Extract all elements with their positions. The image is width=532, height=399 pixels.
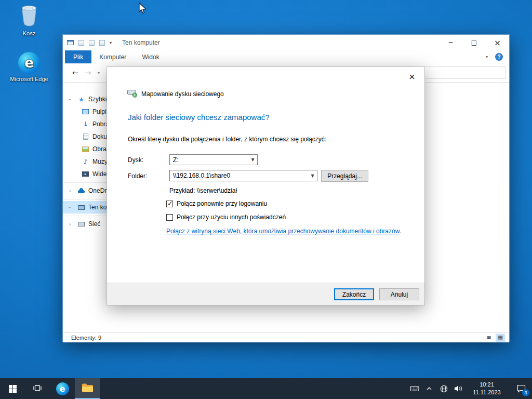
browse-button[interactable]: Przeglądaj...: [321, 170, 368, 182]
start-button[interactable]: [0, 378, 25, 399]
taskbar-edge-button[interactable]: e: [50, 378, 75, 399]
drive-label: Dysk:: [128, 156, 143, 164]
documents-icon: [83, 134, 88, 140]
this-pc-icon: [78, 205, 85, 210]
qat-properties-icon[interactable]: [78, 40, 84, 46]
folder-path-combobox[interactable]: \\192.168.0.1\share0 ▼: [169, 170, 317, 181]
desktop-icon-label: Microsoft Edge: [10, 76, 48, 82]
help-icon[interactable]: ?: [495, 53, 503, 61]
desktop-icon-edge[interactable]: e Microsoft Edge: [8, 52, 50, 82]
dropdown-arrow-icon[interactable]: ▼: [308, 170, 317, 181]
folder-icon: [82, 383, 94, 394]
tab-file[interactable]: Plik: [65, 50, 91, 63]
expand-chevron-icon[interactable]: ›: [67, 98, 73, 100]
notification-badge: 3: [522, 389, 529, 396]
dialog-description: Określ literę dysku dla połączenia i fol…: [128, 136, 326, 143]
expand-chevron-icon[interactable]: ›: [69, 188, 71, 194]
system-tray: 10:21 11.11.2023 3: [407, 378, 532, 399]
quick-access-star-icon: [77, 96, 85, 103]
status-bar: Elementy: 9 ≡ ▦: [63, 332, 509, 342]
music-icon: [82, 158, 89, 166]
drive-letter-value: Z:: [173, 156, 179, 164]
sidebar-item-videos[interactable]: Wideo: [63, 168, 107, 180]
dialog-heading: Jaki folder sieciowy chcesz zamapować?: [128, 113, 270, 122]
task-view-button[interactable]: [25, 378, 50, 399]
caption-buttons: ─ □ ×: [439, 35, 509, 50]
network-icon: [78, 222, 85, 227]
reconnect-checkbox[interactable]: [166, 201, 173, 207]
desktop-icon-label: Kosz: [23, 30, 35, 36]
forward-button[interactable]: →: [82, 68, 94, 77]
expand-chevron-icon[interactable]: ›: [69, 221, 71, 227]
network-globe-icon[interactable]: [436, 378, 451, 399]
mouse-cursor: [138, 2, 147, 16]
qat-chevron-down-icon[interactable]: ▾: [110, 41, 112, 45]
finish-button[interactable]: Zakończ: [334, 288, 374, 300]
task-view-icon: [33, 383, 42, 394]
videos-icon: [82, 171, 89, 177]
sidebar-item-desktop[interactable]: Pulpit: [63, 105, 107, 118]
recent-locations-chevron-icon[interactable]: ▾: [94, 71, 103, 75]
speaker-icon[interactable]: [451, 378, 466, 399]
clock-time: 10:21: [480, 381, 494, 388]
map-network-drive-dialog: × Mapowanie dysku sieciowego Jaki folder…: [107, 66, 425, 305]
action-center-button[interactable]: 3: [510, 378, 532, 399]
taskbar-clock[interactable]: 10:21 11.11.2023: [466, 381, 510, 397]
dialog-close-icon[interactable]: ×: [400, 67, 424, 86]
sidebar-item-label: Sieć: [88, 220, 100, 228]
sidebar-separator: [63, 214, 107, 218]
sidebar-separator: [63, 180, 107, 184]
close-button[interactable]: ×: [486, 35, 509, 50]
sidebar-item-documents[interactable]: Dokumenty: [63, 130, 107, 143]
credentials-checkbox-label: Połącz przy użyciu innych poświadczeń: [177, 214, 286, 221]
qat-customize-icon[interactable]: [99, 40, 105, 46]
window-icon: [67, 40, 74, 45]
downloads-icon: [82, 121, 89, 128]
ribbon-expand-chevron-icon[interactable]: ▾: [486, 55, 488, 59]
expand-chevron-icon[interactable]: ›: [67, 206, 73, 208]
sidebar-item-onedrive[interactable]: › OneDrive: [63, 184, 107, 197]
qat-new-folder-icon[interactable]: [89, 40, 95, 46]
minimize-button[interactable]: ─: [439, 35, 462, 50]
connect-website-link[interactable]: Połącz z witryną sieci Web, która umożli…: [166, 228, 400, 235]
large-icons-view-icon[interactable]: ▦: [496, 334, 505, 342]
tab-computer[interactable]: Komputer: [91, 50, 134, 63]
drive-letter-select[interactable]: Z: ▼: [169, 154, 258, 165]
desktop-icon: [82, 109, 89, 114]
map-drive-icon: [127, 88, 138, 99]
sidebar-item-pictures[interactable]: Obrazy: [63, 143, 107, 155]
desktop-icon-recycle-bin[interactable]: Kosz: [8, 3, 50, 36]
clock-date: 11.11.2023: [473, 389, 500, 395]
navigation-pane: › Szybki dostęp Pulpit Pobrane Dokumenty…: [63, 83, 107, 332]
maximize-button[interactable]: □: [462, 35, 486, 50]
touch-keyboard-icon[interactable]: [407, 378, 422, 399]
tab-view[interactable]: Widok: [134, 50, 167, 63]
dialog-title: Mapowanie dysku sieciowego: [141, 90, 224, 98]
sidebar-item-downloads[interactable]: Pobrane: [63, 118, 107, 130]
sidebar-item-label: Pulpit: [92, 108, 108, 115]
credentials-checkbox[interactable]: [166, 214, 173, 221]
sidebar-item-music[interactable]: Muzyka: [63, 155, 107, 168]
ribbon-tabs: Plik Komputer Widok ▾ ?: [63, 50, 509, 63]
taskbar: e: [0, 378, 532, 399]
items-count: Elementy: 9: [71, 335, 101, 341]
pictures-icon: [82, 147, 89, 152]
sidebar-separator: [63, 197, 107, 201]
taskbar-explorer-button[interactable]: [75, 378, 100, 399]
back-button[interactable]: ←: [69, 68, 82, 77]
example-text: Przykład: \\serwer\udział: [169, 187, 237, 194]
dropdown-arrow-icon[interactable]: ▼: [248, 155, 257, 165]
cancel-button[interactable]: Anuluj: [379, 288, 419, 300]
sidebar-item-network[interactable]: › Sieć: [63, 218, 107, 230]
recycle-bin-icon: [19, 3, 39, 28]
sidebar-item-this-pc[interactable]: › Ten komputer: [63, 201, 107, 214]
tray-chevron-up-icon[interactable]: [422, 378, 436, 399]
details-view-icon[interactable]: ≡: [484, 334, 494, 342]
folder-label: Folder:: [128, 172, 147, 180]
window-title: Ten komputer: [122, 39, 160, 46]
link-suffix: .: [400, 228, 401, 235]
sidebar-item-quick-access[interactable]: › Szybki dostęp: [63, 93, 107, 105]
folder-path-value: \\192.168.0.1\share0: [173, 172, 230, 179]
edge-icon: e: [18, 52, 40, 74]
quick-access-toolbar: ▾: [67, 40, 112, 46]
